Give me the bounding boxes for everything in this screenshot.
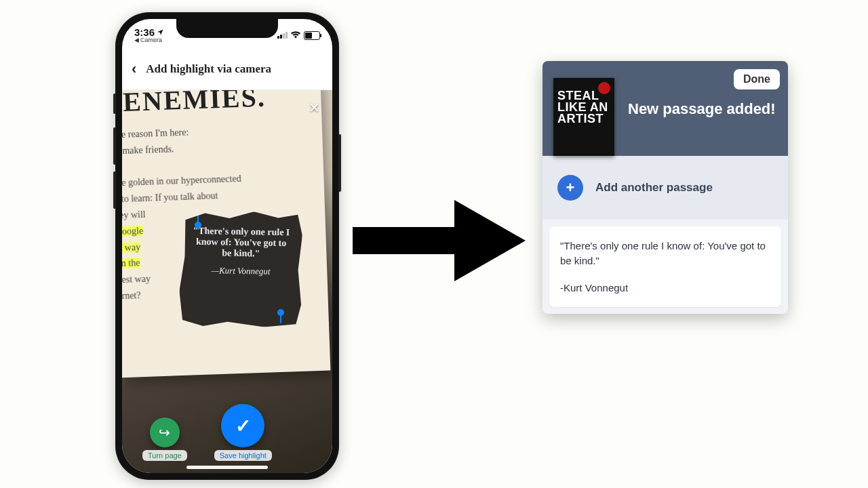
- save-highlight-button[interactable]: ✓ Save highlight: [214, 404, 272, 461]
- signal-icon: [277, 32, 288, 39]
- selected-quote-attribution: —Kurt Vonnegut: [191, 265, 291, 278]
- phone-notch: [176, 19, 278, 38]
- close-icon: ✕: [309, 100, 320, 116]
- close-button[interactable]: ✕: [305, 99, 323, 117]
- status-time: 3:36: [134, 27, 164, 37]
- camera-viewport: ENEMIES. one reason I'm here:to make fri…: [122, 89, 332, 473]
- app-header: ‹ Add highlight via camera: [122, 49, 332, 90]
- selection-handle-end[interactable]: [278, 310, 283, 315]
- location-arrow-icon: [157, 28, 164, 36]
- flow-arrow-icon: [353, 197, 529, 285]
- turn-page-icon: ↪: [159, 424, 170, 441]
- check-icon: ✓: [235, 415, 251, 437]
- saved-passage-card[interactable]: "There's only one rule I know of: You've…: [549, 226, 781, 307]
- book-cover-thumbnail: STEALLIKE ANARTIST: [553, 78, 614, 156]
- turn-page-label: Turn page: [142, 450, 187, 461]
- save-highlight-label: Save highlight: [214, 450, 272, 461]
- card-headline: New passage added!: [628, 100, 776, 119]
- plus-icon: +: [557, 175, 583, 201]
- selection-handle-start[interactable]: [195, 222, 201, 228]
- add-another-passage-button[interactable]: + Add another passage: [542, 156, 788, 220]
- back-button[interactable]: ‹: [132, 60, 136, 78]
- phone-frame: 3:36 ◀ Camera ‹ Add highlight via camera: [115, 12, 339, 480]
- phone-screen: 3:36 ◀ Camera ‹ Add highlight via camera: [122, 19, 332, 473]
- home-indicator[interactable]: [186, 466, 268, 469]
- passage-quote: "There's only one rule I know of: You've…: [560, 239, 770, 268]
- turn-page-button[interactable]: ↪ Turn page: [142, 418, 187, 461]
- screen-title: Add highlight via camera: [146, 62, 271, 76]
- selected-quote-overlay[interactable]: "There's only one rule I know of: You've…: [179, 210, 303, 327]
- camera-controls: ↪ Turn page ✓ Save highlight: [122, 404, 332, 461]
- status-breadcrumb[interactable]: ◀ Camera: [134, 37, 164, 43]
- add-another-label: Add another passage: [595, 181, 713, 195]
- battery-icon: [304, 31, 320, 40]
- passage-attribution: -Kurt Vonnegut: [560, 281, 770, 296]
- selected-quote-text: "There's only one rule I know of: You've…: [191, 226, 292, 260]
- card-header: Done STEALLIKE ANARTIST New passage adde…: [542, 61, 788, 156]
- wifi-icon: [290, 31, 301, 39]
- page-heading: ENEMIES.: [123, 89, 267, 118]
- passage-added-card: Done STEALLIKE ANARTIST New passage adde…: [542, 61, 788, 314]
- svg-marker-0: [353, 200, 526, 281]
